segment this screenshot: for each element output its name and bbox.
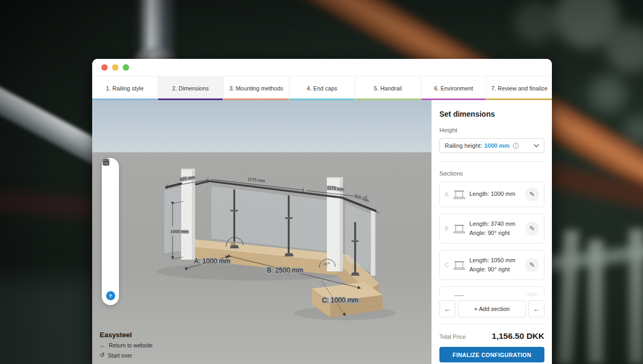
tab-review-finalize[interactable]: 7. Review and finalize [486, 77, 552, 100]
blurred-baluster [629, 229, 643, 364]
help-icon[interactable]: ? [106, 291, 115, 300]
scroll-back-icon-2[interactable]: ← [528, 300, 544, 317]
orbit-icon[interactable] [102, 220, 119, 239]
main-content: 925 mm 1175 mm 1175 mm 925 mm 1000 mm 90… [92, 100, 552, 364]
section-id: A [445, 192, 449, 198]
angle-label-left: 90 ° [230, 241, 237, 245]
total-price-label: Total Price [439, 333, 466, 340]
section-card-d: D Length: 3840 mm ✎ [439, 286, 544, 296]
blurred-baluster [588, 240, 603, 364]
brand-name: Easysteel [100, 331, 153, 339]
section-length: Length: 3740 mm [469, 219, 521, 229]
add-section-row: ← + Add section ← [439, 300, 544, 317]
configurator-window: 1. Railing style 2. Dimensions 3. Mounti… [92, 59, 552, 364]
left-arrow-icon: ← [100, 342, 106, 348]
maximize-window-button[interactable] [123, 64, 129, 71]
section-length: Length: 3840 mm [469, 295, 521, 296]
tab-label: 4. End caps [307, 85, 338, 92]
section-card-b: B Length: 3740 mm Angle: 90° right ✎ [439, 214, 544, 244]
section-card-a: A Length: 1000 mm ✎ [439, 181, 544, 207]
bokeh-light [605, 24, 643, 72]
frame-select-icon[interactable] [102, 239, 119, 259]
blurred-handrail [544, 244, 643, 271]
dim-label-925-right: 925 mm [354, 193, 370, 203]
tab-color-bar [487, 98, 552, 100]
section-angle: Angle: 90° right [469, 229, 521, 238]
section-id: B [445, 226, 449, 232]
export-icon[interactable] [102, 266, 119, 285]
section-id: C [445, 262, 449, 268]
height-section-label: Height [439, 127, 544, 133]
brand-block: Easysteel ← Return to website ↺ Start ov… [100, 331, 153, 359]
close-window-button[interactable] [101, 64, 108, 71]
railing-3d-viewport[interactable]: 925 mm 1175 mm 1175 mm 925 mm 1000 mm 90… [92, 100, 431, 364]
sections-list: A Length: 1000 mm ✎ B [439, 181, 544, 296]
start-over-label: Start over [108, 352, 132, 359]
edit-section-icon[interactable]: ✎ [525, 258, 539, 272]
add-section-button[interactable]: + Add section [458, 300, 526, 317]
tab-end-caps[interactable]: 4. End caps [289, 77, 355, 100]
railing-section-icon [453, 260, 466, 270]
section-details: Length: 3840 mm [469, 295, 521, 296]
finalize-configuration-button[interactable]: FINALIZE CONFIGURATION [439, 347, 544, 362]
bokeh-light [555, 0, 619, 48]
chevron-down-icon [534, 144, 539, 148]
section-c-label: C: 1000 mm [322, 297, 358, 304]
blurred-baluster [557, 230, 579, 364]
section-length: Length: 1050 mm [469, 256, 521, 265]
tab-label: 6. Environment [434, 85, 473, 92]
section-details: Length: 1050 mm Angle: 90° right [469, 256, 521, 274]
railing-section-icon [453, 294, 466, 296]
tab-handrail[interactable]: 5. Handrail [355, 77, 421, 100]
angle-label-right: 90 ° [323, 262, 330, 266]
divider [439, 161, 544, 162]
scroll-back-icon[interactable]: ← [439, 300, 455, 317]
total-price-row: Total Price 1,156.50 DKK [439, 324, 544, 341]
bokeh-light [589, 75, 627, 112]
section-card-c: C Length: 1050 mm Angle: 90° right ✎ [439, 250, 544, 280]
tab-label: 2. Dimensions [172, 85, 208, 92]
tab-label: 1. Railing style [106, 85, 144, 92]
minimize-window-button[interactable] [112, 64, 118, 71]
railing-height-value: 1000 mm [484, 142, 510, 149]
info-icon[interactable]: i [513, 143, 519, 149]
dim-label-1175-left: 1175 mm [247, 177, 265, 184]
section-length: Length: 1000 mm [469, 189, 521, 199]
redo-icon[interactable] [102, 181, 119, 201]
tab-label: 7. Review and finalize [491, 85, 548, 92]
panel-title: Set dimensions [439, 110, 544, 118]
railing-3d-model: 925 mm 1175 mm 1175 mm 925 mm 1000 mm 90… [92, 100, 431, 364]
tab-dimensions[interactable]: 2. Dimensions [158, 77, 223, 100]
dimensions-panel: Set dimensions Height Railing height: 10… [431, 100, 552, 364]
tab-environment[interactable]: 6. Environment [421, 77, 487, 100]
edit-section-icon[interactable]: ✎ [525, 187, 539, 201]
section-a-label: A: 1000 mm [194, 257, 230, 265]
tab-label: 5. Handrail [374, 85, 402, 92]
edit-section-icon[interactable]: ✎ [525, 292, 539, 296]
railing-height-prefix: Railing height: [445, 142, 482, 149]
total-price-value: 1,156.50 DKK [492, 331, 544, 341]
return-to-website-label: Return to website [109, 342, 153, 348]
section-details: Length: 3740 mm Angle: 90° right [469, 219, 521, 238]
sections-label: Sections [439, 170, 544, 177]
dim-label-height: 1000 mm [170, 229, 189, 234]
railing-section-icon [453, 189, 466, 200]
section-b-label: B: 2500 mm [267, 267, 303, 274]
restart-icon: ↺ [100, 352, 104, 359]
bokeh-light [624, 115, 643, 145]
tab-railing-style[interactable]: 1. Railing style [92, 77, 158, 100]
window-titlebar [92, 59, 552, 77]
railing-section-icon [453, 224, 466, 234]
railing-height-dropdown[interactable]: Railing height: 1000 mm i [439, 138, 544, 153]
tab-mounting-methods[interactable]: 3. Mounting methods [223, 77, 289, 100]
wizard-step-tabs: 1. Railing style 2. Dimensions 3. Mounti… [92, 77, 552, 100]
start-over-link[interactable]: ↺ Start over [100, 352, 153, 359]
measure-icon[interactable] [102, 201, 119, 220]
chrome-pole [132, 0, 179, 64]
return-to-website-link[interactable]: ← Return to website [100, 342, 153, 348]
section-details: Length: 1000 mm [469, 189, 521, 199]
bokeh-light [514, 0, 557, 43]
edit-section-icon[interactable]: ✎ [525, 222, 539, 236]
tab-label: 3. Mounting methods [229, 85, 283, 92]
viewport-toolbar: ? [102, 158, 119, 305]
